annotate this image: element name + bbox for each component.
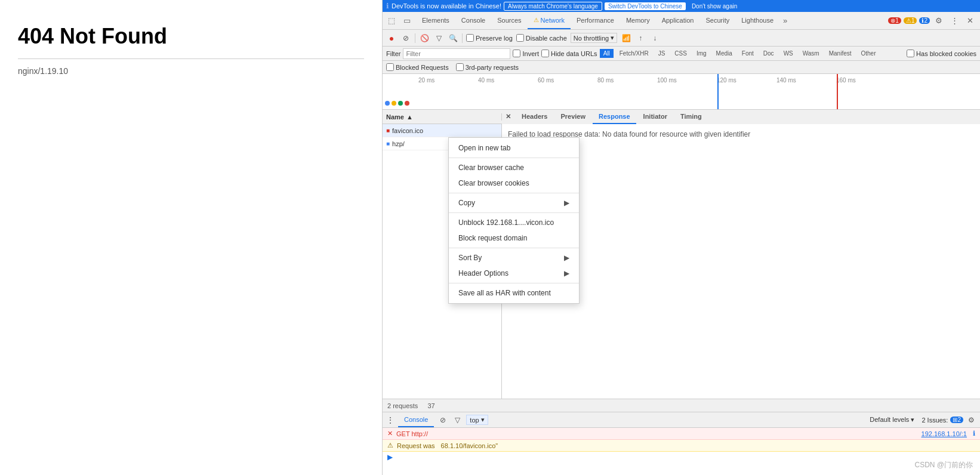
filter-js-button[interactable]: JS [655,49,669,58]
hide-data-urls-checkbox[interactable] [541,50,549,57]
stop-button[interactable]: ⊘ [400,33,411,44]
error-link[interactable]: 192.168.1.10/:1 [922,430,967,437]
console-tab[interactable]: Console [398,412,434,427]
tab-network[interactable]: ⚠ Network [528,12,571,29]
top-context-text: top [470,417,479,424]
device-icon-button[interactable]: ▭ [400,14,414,27]
wifi-icon-button[interactable]: 📶 [621,33,631,44]
warn-badge: ⚠1 [904,17,917,24]
infobar-switch-button[interactable]: Switch DevTools to Chinese [605,2,686,10]
filter-media-button[interactable]: Media [713,49,736,58]
console-clear-button[interactable]: ⊘ [437,415,448,425]
resp-tab-response[interactable]: Response [593,110,636,124]
resp-tab-timing[interactable]: Timing [674,110,708,124]
filter-doc-button[interactable]: Doc [760,49,778,58]
filter-icon-button[interactable]: ▽ [433,33,444,44]
invert-checkbox[interactable] [513,50,520,57]
info-icon-right: ℹ [973,430,975,437]
third-party-label[interactable]: 3rd-party requests [456,63,519,71]
preserve-log-label[interactable]: Preserve log [466,34,513,42]
blocked-requests-label[interactable]: Blocked Requests [386,63,449,71]
ctx-header-options[interactable]: Header Options ▶ [449,266,579,281]
ctx-block-domain-text: Block request domain [458,234,527,242]
tab-sources[interactable]: Sources [491,12,527,29]
third-party-checkbox[interactable] [456,63,464,71]
devtools-tabs: Elements Console Sources ⚠ Network Perfo… [416,12,779,29]
settings-icon-button[interactable]: ⚙ [932,14,945,27]
ctx-clear-cookies[interactable]: Clear browser cookies [449,175,579,191]
preserve-log-checkbox[interactable] [466,34,474,42]
page-divider [18,58,364,59]
console-expand-row[interactable]: ▶ [383,452,980,462]
table-row[interactable]: ■ favicon.ico [383,124,501,137]
ctx-unblock-text: Unblock 192.168.1....vicon.ico [458,218,554,227]
infobar: ℹ DevTools is now available in Chinese! … [383,0,980,12]
has-blocked-label[interactable]: Has blocked cookies [907,50,976,57]
infobar-dismiss-button[interactable]: Don't show again [688,2,741,10]
filter-all-button[interactable]: All [600,49,614,58]
ctx-sort-by[interactable]: Sort By ▶ [449,250,579,266]
devtools-panel: ℹ DevTools is now available in Chinese! … [382,0,980,475]
search-button[interactable]: 🔍 [448,33,458,44]
console-filter-button[interactable]: ▽ [452,415,463,425]
more-tabs-icon[interactable]: » [779,16,791,25]
ctx-save-har[interactable]: Save all as HAR with content [449,285,579,301]
filter-input[interactable] [403,48,510,59]
throttling-dropdown[interactable]: No throttling ▾ [571,33,617,43]
invert-label[interactable]: Invert [513,50,539,57]
tab-lighthouse[interactable]: Lighthouse [735,12,779,29]
ctx-header-options-text: Header Options [458,269,509,277]
ctx-unblock[interactable]: Unblock 192.168.1....vicon.ico [449,215,579,230]
tab-elements[interactable]: Elements [416,12,455,29]
tabbar-icons: ⬚ ▭ [383,14,416,27]
filter-other-button[interactable]: Other [858,49,880,58]
timeline: 20 ms 40 ms 60 ms 80 ms 100 ms 120 ms 14… [383,74,980,110]
mark-60ms: 60 ms [538,77,554,84]
filter-fetch-button[interactable]: Fetch/XHR [616,49,652,58]
filter-manifest-button[interactable]: Manifest [825,49,855,58]
blocked-requests-text: Blocked Requests [396,64,449,71]
ctx-copy[interactable]: Copy ▶ [449,195,579,211]
record-button[interactable]: ● [386,33,397,44]
tab-performance[interactable]: Performance [571,12,620,29]
tab-memory[interactable]: Memory [620,12,656,29]
tab-console[interactable]: Console [455,12,491,29]
tab-security[interactable]: Security [699,12,735,29]
filter-wasm-button[interactable]: Wasm [799,49,823,58]
timeline-ruler: 20 ms 40 ms 60 ms 80 ms 100 ms 120 ms 14… [383,74,980,86]
console-settings-button[interactable]: ⚙ [966,415,976,425]
legend-dot-yellow [392,101,396,106]
ctx-sep1 [449,158,579,158]
infobar-match-button[interactable]: Always match Chrome's language [504,2,602,11]
filter-img-button[interactable]: Img [693,49,710,58]
download-icon-button[interactable]: ↓ [649,33,660,44]
more-options-icon-button[interactable]: ⋮ [948,14,961,27]
disable-cache-label[interactable]: Disable cache [516,34,567,42]
info-icon: ℹ [386,2,389,10]
mark-120ms: 120 ms [717,77,736,84]
clear-button[interactable]: 🚫 [419,33,430,44]
inspect-icon-button[interactable]: ⬚ [385,14,398,27]
filter-ws-button[interactable]: WS [780,49,797,58]
blocked-requests-checkbox[interactable] [386,63,394,71]
filter-css-button[interactable]: CSS [671,49,691,58]
filter-font-button[interactable]: Font [738,49,757,58]
resp-tab-preview[interactable]: Preview [554,110,591,124]
top-context-selector[interactable]: top ▾ [466,415,488,425]
has-blocked-checkbox[interactable] [907,50,914,57]
resp-tab-initiator[interactable]: Initiator [637,110,673,124]
close-devtools-button[interactable]: ✕ [963,14,976,27]
ctx-clear-cache[interactable]: Clear browser cache [449,160,579,175]
check-row: Blocked Requests 3rd-party requests [383,61,980,74]
response-close-button[interactable]: ✕ [506,113,511,121]
ctx-open-new-tab[interactable]: Open in new tab [449,140,579,156]
tab-application[interactable]: Application [656,12,700,29]
upload-icon-button[interactable]: ↑ [635,33,646,44]
resp-tab-headers[interactable]: Headers [516,110,553,124]
disable-cache-checkbox[interactable] [516,34,524,42]
size-text: 37 [427,402,434,409]
row-icon-favicon: ■ [386,127,390,134]
hide-data-urls-label[interactable]: Hide data URLs [541,50,597,57]
ctx-block-domain[interactable]: Block request domain [449,230,579,246]
timeline-red-marker [837,74,838,109]
